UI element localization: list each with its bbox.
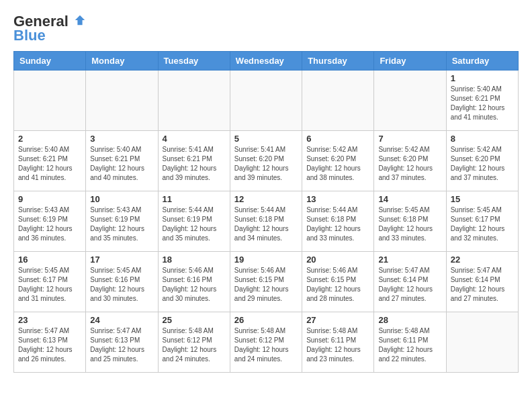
day-number: 11 [163,194,226,204]
svg-marker-0 [75,15,85,25]
day-info: Sunrise: 5:45 AM Sunset: 6:18 PM Dayligh… [378,205,441,243]
calendar-cell: 25Sunrise: 5:48 AM Sunset: 6:12 PM Dayli… [158,312,230,373]
day-number: 3 [90,134,153,144]
weekday-header: Wednesday [230,52,302,71]
day-number: 20 [306,255,369,265]
weekday-header: Monday [86,52,158,71]
day-number: 10 [90,194,153,204]
day-info: Sunrise: 5:45 AM Sunset: 6:17 PM Dayligh… [451,205,514,243]
day-info: Sunrise: 5:42 AM Sunset: 6:20 PM Dayligh… [378,145,441,183]
day-info: Sunrise: 5:45 AM Sunset: 6:16 PM Dayligh… [90,266,153,304]
weekday-header: Tuesday [158,52,230,71]
day-number: 28 [378,315,441,325]
calendar-cell: 20Sunrise: 5:46 AM Sunset: 6:15 PM Dayli… [302,252,374,312]
calendar-cell: 9Sunrise: 5:43 AM Sunset: 6:19 PM Daylig… [14,191,86,252]
day-number: 1 [451,73,514,83]
day-info: Sunrise: 5:48 AM Sunset: 6:12 PM Dayligh… [234,326,298,364]
day-number: 14 [378,194,441,204]
calendar-cell: 24Sunrise: 5:47 AM Sunset: 6:13 PM Dayli… [86,312,158,373]
day-info: Sunrise: 5:47 AM Sunset: 6:14 PM Dayligh… [378,266,441,304]
day-info: Sunrise: 5:47 AM Sunset: 6:14 PM Dayligh… [451,266,514,304]
calendar-cell: 13Sunrise: 5:44 AM Sunset: 6:18 PM Dayli… [302,191,374,252]
weekday-header: Sunday [14,52,86,71]
calendar-week-row: 2Sunrise: 5:40 AM Sunset: 6:21 PM Daylig… [14,131,519,191]
day-info: Sunrise: 5:43 AM Sunset: 6:19 PM Dayligh… [18,205,81,243]
weekday-header: Saturday [446,52,518,71]
calendar-cell: 15Sunrise: 5:45 AM Sunset: 6:17 PM Dayli… [446,191,518,252]
calendar-cell: 5Sunrise: 5:41 AM Sunset: 6:20 PM Daylig… [230,131,302,191]
day-number: 19 [234,255,298,265]
calendar-week-row: 1Sunrise: 5:40 AM Sunset: 6:21 PM Daylig… [14,71,519,131]
day-number: 16 [18,255,81,265]
calendar-cell [86,71,158,131]
day-info: Sunrise: 5:44 AM Sunset: 6:19 PM Dayligh… [163,205,226,243]
calendar-week-row: 9Sunrise: 5:43 AM Sunset: 6:19 PM Daylig… [14,191,519,252]
calendar-cell: 19Sunrise: 5:46 AM Sunset: 6:15 PM Dayli… [230,252,302,312]
calendar-cell: 27Sunrise: 5:48 AM Sunset: 6:11 PM Dayli… [302,312,374,373]
day-info: Sunrise: 5:46 AM Sunset: 6:16 PM Dayligh… [163,266,226,304]
day-number: 8 [451,134,514,144]
weekday-header: Thursday [302,52,374,71]
calendar-cell: 1Sunrise: 5:40 AM Sunset: 6:21 PM Daylig… [446,71,518,131]
weekday-header: Friday [374,52,446,71]
calendar-cell [230,71,302,131]
day-info: Sunrise: 5:48 AM Sunset: 6:11 PM Dayligh… [378,326,441,364]
day-info: Sunrise: 5:48 AM Sunset: 6:11 PM Dayligh… [306,326,369,364]
calendar-cell: 6Sunrise: 5:42 AM Sunset: 6:20 PM Daylig… [302,131,374,191]
calendar-cell: 10Sunrise: 5:43 AM Sunset: 6:19 PM Dayli… [86,191,158,252]
calendar-cell: 14Sunrise: 5:45 AM Sunset: 6:18 PM Dayli… [374,191,446,252]
day-info: Sunrise: 5:48 AM Sunset: 6:12 PM Dayligh… [163,326,226,364]
day-info: Sunrise: 5:42 AM Sunset: 6:20 PM Dayligh… [306,145,369,183]
day-number: 5 [234,134,298,144]
calendar-cell: 11Sunrise: 5:44 AM Sunset: 6:19 PM Dayli… [158,191,230,252]
day-info: Sunrise: 5:40 AM Sunset: 6:21 PM Dayligh… [451,85,514,122]
calendar-cell: 26Sunrise: 5:48 AM Sunset: 6:12 PM Dayli… [230,312,302,373]
day-number: 27 [306,315,369,325]
calendar-week-row: 16Sunrise: 5:45 AM Sunset: 6:17 PM Dayli… [14,252,519,312]
calendar-cell: 21Sunrise: 5:47 AM Sunset: 6:14 PM Dayli… [374,252,446,312]
day-number: 23 [18,315,81,325]
calendar-cell: 17Sunrise: 5:45 AM Sunset: 6:16 PM Dayli… [86,252,158,312]
day-info: Sunrise: 5:47 AM Sunset: 6:13 PM Dayligh… [18,326,81,364]
day-number: 18 [163,255,226,265]
calendar-cell [302,71,374,131]
day-info: Sunrise: 5:41 AM Sunset: 6:20 PM Dayligh… [234,145,298,183]
day-number: 2 [18,134,81,144]
day-info: Sunrise: 5:45 AM Sunset: 6:17 PM Dayligh… [18,266,81,304]
day-info: Sunrise: 5:42 AM Sunset: 6:20 PM Dayligh… [451,145,514,183]
day-number: 25 [163,315,226,325]
calendar-cell [446,312,518,373]
day-number: 22 [451,255,514,265]
calendar-cell: 7Sunrise: 5:42 AM Sunset: 6:20 PM Daylig… [374,131,446,191]
day-info: Sunrise: 5:43 AM Sunset: 6:19 PM Dayligh… [90,205,153,243]
logo: General Blue [13,13,86,44]
calendar-week-row: 23Sunrise: 5:47 AM Sunset: 6:13 PM Dayli… [14,312,519,373]
day-info: Sunrise: 5:46 AM Sunset: 6:15 PM Dayligh… [306,266,369,304]
day-number: 12 [234,194,298,204]
day-info: Sunrise: 5:40 AM Sunset: 6:21 PM Dayligh… [18,145,81,183]
logo-icon [74,14,86,26]
day-number: 15 [451,194,514,204]
calendar-cell: 3Sunrise: 5:40 AM Sunset: 6:21 PM Daylig… [86,131,158,191]
calendar-cell [374,71,446,131]
day-info: Sunrise: 5:44 AM Sunset: 6:18 PM Dayligh… [306,205,369,243]
calendar-cell: 28Sunrise: 5:48 AM Sunset: 6:11 PM Dayli… [374,312,446,373]
day-number: 6 [306,134,369,144]
calendar-cell: 8Sunrise: 5:42 AM Sunset: 6:20 PM Daylig… [446,131,518,191]
day-info: Sunrise: 5:47 AM Sunset: 6:13 PM Dayligh… [90,326,153,364]
calendar-cell: 22Sunrise: 5:47 AM Sunset: 6:14 PM Dayli… [446,252,518,312]
calendar-cell: 2Sunrise: 5:40 AM Sunset: 6:21 PM Daylig… [14,131,86,191]
day-number: 21 [378,255,441,265]
calendar-cell: 12Sunrise: 5:44 AM Sunset: 6:18 PM Dayli… [230,191,302,252]
day-info: Sunrise: 5:40 AM Sunset: 6:21 PM Dayligh… [90,145,153,183]
calendar-table: SundayMondayTuesdayWednesdayThursdayFrid… [13,51,519,373]
day-number: 24 [90,315,153,325]
page-header: General Blue [13,13,519,44]
calendar-cell [158,71,230,131]
day-number: 13 [306,194,369,204]
day-info: Sunrise: 5:46 AM Sunset: 6:15 PM Dayligh… [234,266,298,304]
day-number: 7 [378,134,441,144]
day-number: 17 [90,255,153,265]
day-info: Sunrise: 5:44 AM Sunset: 6:18 PM Dayligh… [234,205,298,243]
day-number: 4 [163,134,226,144]
